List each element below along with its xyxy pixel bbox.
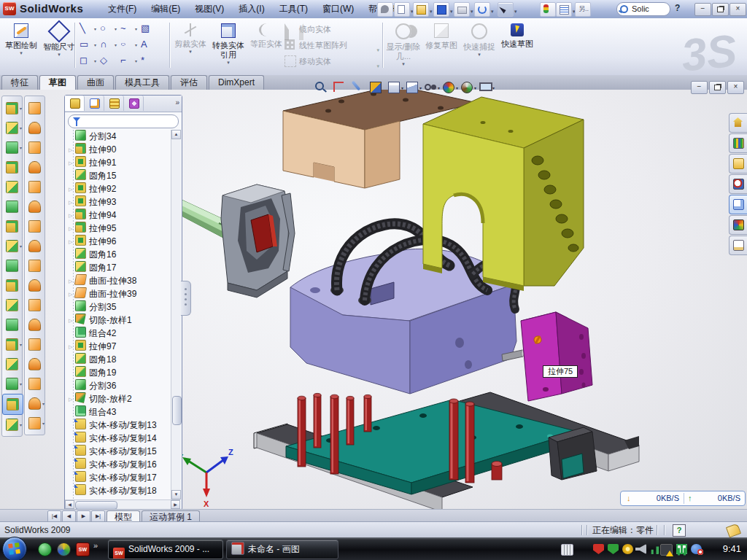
tab-草图[interactable]: 草图 — [39, 75, 76, 90]
network-tray-icon[interactable] — [649, 544, 659, 554]
draft-analysis-button[interactable] — [25, 118, 44, 138]
instant3d-button[interactable] — [2, 394, 23, 415]
surface-loft-button[interactable] — [25, 315, 44, 335]
zoom-to-area-button[interactable] — [330, 79, 348, 96]
expand-arrow-icon[interactable]: ▷ — [69, 393, 75, 406]
tooling-split-button[interactable] — [25, 217, 44, 236]
tree-item[interactable]: 圆角18 — [65, 353, 170, 366]
quicklaunch-overflow[interactable]: » — [93, 541, 98, 550]
doc-close-button[interactable]: × — [727, 81, 744, 94]
curve-tool-button[interactable]: ▾ — [2, 374, 22, 394]
dropdown-arrow-icon[interactable]: ▾ — [20, 342, 22, 347]
dropdown-arrow-icon[interactable]: ▾ — [20, 125, 22, 131]
tree-item[interactable]: ▷曲面-拉伸39 — [65, 287, 170, 300]
section-view-button[interactable] — [367, 79, 384, 96]
tree-item[interactable]: 圆角15 — [65, 169, 170, 182]
dropdown-arrow-icon[interactable]: ▾ — [514, 9, 517, 15]
app-icon[interactable]: SW — [3, 2, 16, 15]
panel-tab-featuremanager[interactable] — [65, 96, 85, 111]
quicklaunch-sphere-app-icon[interactable] — [57, 542, 71, 556]
chamfer-button[interactable] — [2, 158, 22, 177]
tree-item[interactable]: ▷拉伸94 — [65, 209, 170, 222]
panel-tab-configurationmanager[interactable] — [104, 96, 124, 111]
health-shield-tray-icon[interactable] — [676, 544, 687, 554]
dropdown-arrow-icon[interactable]: ▾ — [41, 52, 77, 58]
line-tool[interactable]: ╲▾ — [77, 21, 98, 37]
display-style-button[interactable]: ▾ — [403, 79, 421, 96]
undercut-analysis-button[interactable] — [25, 138, 44, 158]
draft-button[interactable] — [2, 197, 22, 217]
dropdown-arrow-icon[interactable]: ▾ — [491, 9, 494, 15]
text-tool[interactable]: A — [139, 37, 159, 53]
zoom-to-fit-button[interactable] — [312, 79, 330, 96]
help-button[interactable]: ? — [675, 3, 680, 13]
tags-icon[interactable] — [726, 524, 741, 538]
straight-slot-tool[interactable]: ◻▾ — [77, 53, 98, 69]
tree-item[interactable]: 实体-移动/复制13 — [65, 419, 170, 432]
split-body-button[interactable] — [2, 256, 22, 276]
taskpane-tab-custom-properties[interactable] — [729, 236, 747, 255]
taskpane-tab-appearances-scenes[interactable] — [729, 215, 747, 235]
expand-arrow-icon[interactable]: ▷ — [69, 183, 75, 196]
taskpane-tab-solidworks-search[interactable] — [729, 174, 747, 194]
tree-item[interactable]: ▷切除-放样2 — [65, 392, 170, 405]
tree-item[interactable]: 分割35 — [65, 300, 170, 314]
expand-arrow-icon[interactable]: ▷ — [69, 157, 75, 170]
corner-rectangle-tool[interactable]: ▭▾ — [77, 37, 98, 53]
tree-item[interactable]: 组合43 — [65, 405, 170, 419]
parting-line-button[interactable] — [25, 158, 44, 177]
tab-特征[interactable]: 特征 — [1, 75, 38, 90]
tree-item[interactable]: 圆角16 — [65, 248, 170, 261]
tree-item[interactable]: ▷拉伸97 — [65, 340, 170, 353]
rebuild-icon[interactable] — [540, 2, 556, 17]
tree-item[interactable]: ▷拉伸96 — [65, 235, 170, 248]
tree-item[interactable]: 组合42 — [65, 327, 170, 340]
dropdown-arrow-icon[interactable]: ▾ — [20, 145, 22, 150]
pin-icon[interactable] — [377, 2, 393, 17]
dropdown-arrow-icon[interactable]: ▾ — [94, 26, 96, 31]
tree-horizontal-scrollbar[interactable]: ◀ ▶ — [65, 499, 180, 510]
split-line-button[interactable] — [25, 98, 44, 118]
tab-DimXpert[interactable]: DimXpert — [209, 75, 264, 90]
surface-sweep-button[interactable] — [25, 295, 44, 315]
core-button[interactable] — [25, 236, 44, 256]
dropdown-arrow-icon[interactable]: ▾ — [115, 26, 117, 31]
tree-item[interactable]: 圆角19 — [65, 366, 170, 379]
spline-tool-button[interactable]: ▾ — [2, 415, 22, 435]
app-restore-button[interactable] — [712, 3, 729, 16]
快速草图-button[interactable]: 快速草图 — [499, 21, 535, 72]
point-tool[interactable]: * — [139, 53, 159, 69]
草图绘制-button[interactable]: 草图绘制▾ — [3, 21, 39, 72]
tree-item[interactable]: 分割36 — [65, 379, 170, 392]
menu-item[interactable]: 视图(V) — [187, 0, 231, 18]
freeform-button[interactable]: ▾ — [25, 394, 44, 413]
scroll-down-arrow[interactable]: ▼ — [171, 490, 181, 499]
panel-tab-dimxpertmanager[interactable] — [124, 96, 144, 111]
new-icon[interactable]: ▾ — [394, 2, 410, 17]
undo-icon[interactable]: ▾ — [474, 2, 490, 17]
tree-filter-input[interactable] — [68, 114, 179, 128]
menu-item[interactable]: 插入(I) — [231, 0, 271, 18]
expand-arrow-icon[interactable]: ▷ — [69, 222, 75, 236]
scroll-right-arrow[interactable]: ▶ — [171, 500, 180, 509]
tree-item[interactable]: ▷拉伸92 — [65, 182, 170, 195]
curve-through-points-button[interactable]: ▾ — [25, 413, 44, 433]
dropdown-arrow-icon[interactable]: ▾ — [20, 381, 22, 386]
taskpane-tab-view-palette[interactable] — [729, 195, 747, 214]
dropdown-arrow-icon[interactable]: ▾ — [94, 58, 96, 63]
dropdown-arrow-icon[interactable]: ▾ — [115, 42, 117, 47]
view-orientation-button[interactable]: ▾ — [385, 79, 403, 96]
tree-vertical-scrollbar[interactable]: ▲ ▼ — [171, 130, 181, 499]
centerpoint-arc-tool[interactable]: ∩▾ — [98, 37, 118, 53]
start-button[interactable] — [2, 537, 27, 560]
expand-arrow-icon[interactable]: ▷ — [69, 196, 75, 209]
tree-item[interactable]: 实体-移动/复制17 — [65, 471, 170, 484]
tree-item[interactable]: ▷拉伸90 — [65, 143, 170, 156]
panel-tabs-overflow[interactable]: » — [175, 98, 179, 106]
tree-item[interactable]: 实体-移动/复制14 — [65, 432, 170, 445]
overflow-icon[interactable]: 另.. — [575, 2, 591, 17]
dropdown-arrow-icon[interactable]: ▾ — [94, 42, 96, 47]
taskbar-window-1[interactable]: SWSolidWorks 2009 - ... — [108, 540, 223, 559]
taskpane-tab-design-library[interactable] — [729, 133, 747, 153]
security-alert-tray-icon[interactable] — [593, 544, 604, 554]
